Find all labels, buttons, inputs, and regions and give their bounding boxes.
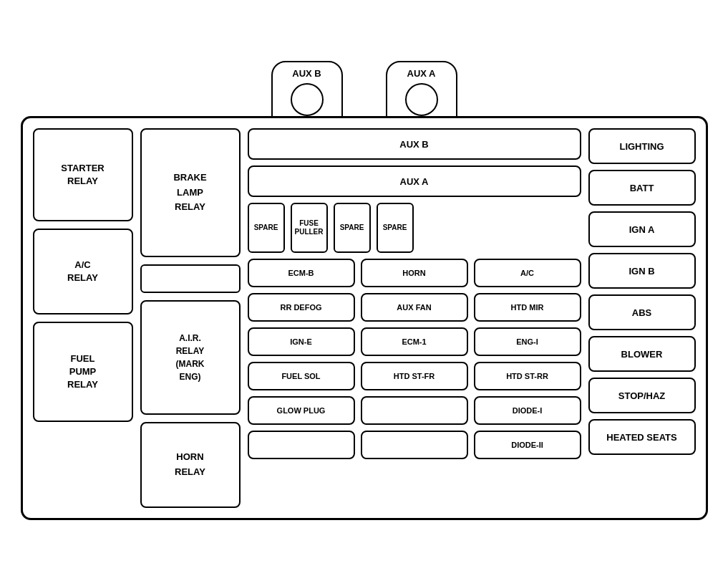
horn: HORN — [361, 259, 468, 287]
batt: BATT — [588, 170, 696, 206]
aux-a-fuse-label: AUX A — [400, 176, 429, 187]
spare-2-label: SPARE — [340, 224, 364, 232]
htd-mir-label: HTD MIR — [511, 303, 544, 312]
blower: BLOWER — [588, 336, 696, 372]
spare-3: SPARE — [377, 203, 414, 253]
blower-label: BLOWER — [621, 349, 663, 360]
aux-b-label: AUX B — [292, 68, 321, 79]
lighting: LIGHTING — [588, 128, 696, 164]
heated-seats-label: HEATED SEATS — [606, 432, 676, 443]
row-ecm-horn-ac: ECM-B HORN A/C — [248, 259, 581, 287]
diode-i: DIODE-I — [474, 396, 581, 425]
starter-relay: STARTER RELAY — [33, 128, 133, 221]
blank-mid-3 — [361, 431, 468, 459]
row-defog-fan-mir: RR DEFOG AUX FAN HTD MIR — [248, 293, 581, 322]
col-right: LIGHTING BATT IGN A IGN B ABS BLOWER — [588, 128, 696, 508]
panel-inner: STARTER RELAY A/C RELAY FUEL PUMP RELAY … — [33, 128, 696, 508]
fuel-sol-label: FUEL SOL — [281, 372, 320, 380]
blank-mid-2 — [248, 431, 355, 459]
aux-b-circle — [291, 83, 324, 116]
fuel-pump-relay: FUEL PUMP RELAY — [33, 322, 133, 422]
ecm-b-label: ECM-B — [288, 269, 314, 277]
ecm-b: ECM-B — [248, 259, 355, 287]
htd-st-fr-label: HTD ST-FR — [394, 372, 435, 380]
ac-relay-label: A/C RELAY — [67, 259, 98, 284]
horn-label: HORN — [402, 269, 425, 277]
col-middle: AUX B AUX A SPARE FUSE PULLER — [248, 128, 581, 508]
ign-b-label: IGN B — [628, 266, 654, 277]
horn-relay: HORN RELAY — [140, 422, 241, 508]
horn-relay-label: HORN RELAY — [175, 450, 205, 480]
heated-seats: HEATED SEATS — [588, 419, 696, 455]
ign-a-label: IGN A — [629, 224, 655, 235]
air-relay-label: A.I.R. RELAY (MARK ENG) — [176, 332, 205, 383]
aux-a-connector: AUX A — [386, 61, 457, 117]
aux-b-connector: AUX B — [271, 61, 343, 117]
aux-b-fuse: AUX B — [248, 128, 581, 160]
abs-label: ABS — [632, 307, 651, 318]
starter-relay-label: STARTER RELAY — [61, 162, 104, 188]
glow-plug: GLOW PLUG — [248, 396, 355, 425]
row-glow-diode1: GLOW PLUG DIODE-I — [248, 396, 581, 425]
spare-1-label: SPARE — [254, 224, 278, 232]
aux-b-row: AUX B — [248, 128, 581, 160]
spare-row: SPARE FUSE PULLER SPARE SPARE — [248, 203, 581, 253]
brake-lamp-relay: BRAKE LAMP RELAY — [140, 128, 241, 257]
air-relay: A.I.R. RELAY (MARK ENG) — [140, 300, 241, 415]
rr-defog-label: RR DEFOG — [280, 303, 321, 312]
fuse-puller-label: FUSE PULLER — [295, 219, 324, 236]
row-fuel-htd: FUEL SOL HTD ST-FR HTD ST-RR — [248, 362, 581, 390]
ign-a: IGN A — [588, 211, 696, 247]
brake-lamp-relay-label: BRAKE LAMP RELAY — [173, 171, 206, 215]
ign-b: IGN B — [588, 253, 696, 289]
aux-a-fuse: AUX A — [248, 165, 581, 197]
abs: ABS — [588, 294, 696, 330]
htd-st-fr: HTD ST-FR — [361, 362, 468, 390]
eng-i: ENG-I — [474, 327, 581, 356]
row-ign-ecm-eng: IGN-E ECM-1 ENG-I — [248, 327, 581, 356]
ecm-1-label: ECM-1 — [402, 337, 426, 346]
aux-b-fuse-label: AUX B — [399, 139, 428, 150]
ign-e: IGN-E — [248, 327, 355, 356]
lighting-label: LIGHTING — [619, 141, 664, 152]
spare-1: SPARE — [248, 203, 285, 253]
ac: A/C — [474, 259, 581, 287]
rr-defog: RR DEFOG — [248, 293, 355, 322]
ac-relay: A/C RELAY — [33, 229, 133, 314]
spare-3-label: SPARE — [383, 224, 407, 232]
aux-a-label: AUX A — [407, 68, 436, 79]
ign-e-label: IGN-E — [290, 337, 312, 346]
ac-label: A/C — [520, 269, 534, 277]
htd-st-rr: HTD ST-RR — [474, 362, 581, 390]
htd-mir: HTD MIR — [474, 293, 581, 322]
col-second: BRAKE LAMP RELAY A.I.R. RELAY (MARK ENG)… — [140, 128, 241, 508]
glow-plug-label: GLOW PLUG — [277, 406, 326, 415]
fuse-puller: FUSE PULLER — [291, 203, 328, 253]
eng-i-label: ENG-I — [516, 337, 538, 346]
col-left: STARTER RELAY A/C RELAY FUEL PUMP RELAY — [33, 128, 133, 508]
row-diode2: DIODE-II — [248, 431, 581, 459]
aux-fan-label: AUX FAN — [397, 303, 431, 312]
top-connectors: AUX B AUX A — [271, 61, 457, 117]
small-blank-second — [140, 264, 241, 293]
fuse-box-wrapper: AUX B AUX A STARTER RELAY A/C RELAY FUEL… — [21, 61, 708, 520]
aux-a-circle — [405, 83, 438, 116]
blank-mid-1 — [361, 396, 468, 425]
fuel-sol: FUEL SOL — [248, 362, 355, 390]
aux-a-row: AUX A — [248, 165, 581, 197]
batt-label: BATT — [630, 183, 654, 193]
main-panel: STARTER RELAY A/C RELAY FUEL PUMP RELAY … — [21, 116, 708, 520]
ecm-1: ECM-1 — [361, 327, 468, 356]
stop-haz: STOP/HAZ — [588, 378, 696, 413]
diode-ii-label: DIODE-II — [511, 441, 543, 449]
fuel-pump-relay-label: FUEL PUMP RELAY — [67, 352, 98, 392]
diode-i-label: DIODE-I — [513, 406, 543, 415]
diode-ii: DIODE-II — [474, 431, 581, 459]
htd-st-rr-label: HTD ST-RR — [506, 372, 548, 380]
aux-fan: AUX FAN — [361, 293, 468, 322]
spare-2: SPARE — [334, 203, 371, 253]
stop-haz-label: STOP/HAZ — [618, 390, 666, 401]
